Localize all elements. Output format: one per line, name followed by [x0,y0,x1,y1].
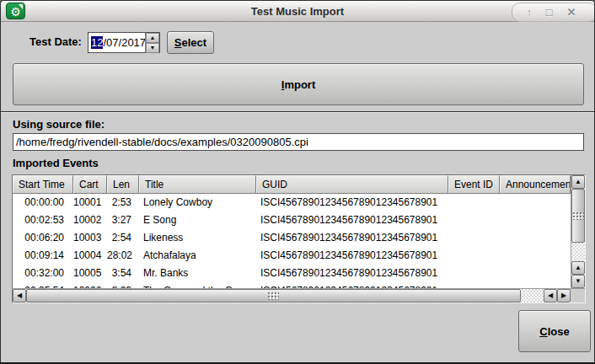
imported-events-table: Start Time Cart Len Title GUID Event ID … [12,174,586,303]
import-button[interactable]: Import [13,63,584,105]
cell-event-id [448,229,500,247]
cell-guid: ISCI4567890123456789012345678901 [256,229,448,247]
table-row[interactable]: 00:06:20 10003 2:54 Likeness ISCI4567890… [13,229,571,247]
cell-title: Likeness [139,229,256,247]
col-header-start-time[interactable]: Start Time [13,175,73,194]
cell-start-time: 00:09:14 [13,247,73,265]
cell-cart: 10003 [73,229,107,247]
cell-title: Mr. Banks [139,265,256,282]
cell-len: 2:53 [107,194,139,211]
select-button[interactable]: Select [167,31,214,54]
cell-title: The Gray and the Green [139,282,256,288]
col-header-len[interactable]: Len [107,175,139,194]
close-button[interactable]: Close [518,310,591,352]
cell-len: 28:02 [107,247,139,265]
vertical-scroll-track[interactable] [571,243,585,261]
table-body: 00:00:00 10001 2:53 Lonely Cowboy ISCI45… [13,194,571,288]
scroll-left-icon[interactable]: ◀ [13,289,26,302]
cell-start-time: 00:32:00 [13,265,73,282]
cell-cart: 10001 [73,194,107,211]
horizontal-scroll-track[interactable] [521,289,544,302]
col-header-event-id[interactable]: Event ID [448,175,500,194]
cell-announcement [500,229,571,247]
cell-start-time: 00:02:53 [13,211,73,229]
scrollbar-corner [571,288,585,302]
date-spin-buttons: ▲ ▼ [145,33,159,52]
cell-announcement [500,282,571,288]
cell-event-id [448,247,500,265]
shade-window-icon[interactable]: ↑ [527,5,533,20]
cell-len: 3:27 [107,211,139,229]
cell-len: 3:54 [107,265,139,282]
table-row[interactable]: 00:02:53 10002 3:27 E Song ISCI456789012… [13,211,571,229]
cell-len: 3:03 [107,282,139,288]
test-date-spinbox[interactable]: 12/07/2017 ▲ ▼ [88,32,160,53]
window-controls: ↑ □ ✕ [512,3,595,22]
scroll-right-icon[interactable]: ▶ [557,289,571,302]
cell-event-id [448,265,500,282]
cell-announcement [500,247,571,265]
date-selected-segment: 12 [91,36,103,49]
scroll-down-icon[interactable]: ▼ [571,275,585,288]
scroll-up-icon[interactable]: ▲ [571,175,585,189]
horizontal-scrollbar[interactable]: ◀ ◀ ▶ [13,288,571,302]
cell-cart: 10004 [73,247,107,265]
date-rest-segment: /07/2017 [103,36,145,49]
cell-title: Lonely Cowboy [139,194,256,211]
separator-line [1,111,595,113]
table-header: Start Time Cart Len Title GUID Event ID … [13,175,571,194]
table-row[interactable]: 00:00:00 10001 2:53 Lonely Cowboy ISCI45… [13,194,571,211]
test-date-value[interactable]: 12/07/2017 [88,33,145,52]
window-title: Test Music Import [1,1,594,22]
scroll-left-icon[interactable]: ◀ [544,289,557,302]
source-file-label: Using source file: [13,118,105,131]
titlebar[interactable]: ⚙ Test Music Import ↑ □ ✕ [1,1,594,22]
cell-event-id [448,282,500,288]
cell-start-time: 00:00:00 [13,194,73,211]
cell-guid: ISCI4567890123456789012345678901 [256,265,448,282]
thumb-grip [573,212,584,220]
scroll-up-icon[interactable]: ▲ [571,261,585,275]
cell-cart: 10005 [73,265,107,282]
col-header-announcement[interactable]: Announcement [500,175,571,194]
cell-start-time: 00:35:54 [13,282,73,288]
cell-guid: ISCI4567890123456789012345678901 [256,247,448,265]
maximize-window-icon[interactable]: □ [546,5,553,20]
cell-guid: ISCI4567890123456789012345678901 [256,211,448,229]
horizontal-scroll-thumb[interactable] [26,289,521,302]
cell-start-time: 00:06:20 [13,229,73,247]
test-music-import-window: ⚙ Test Music Import ↑ □ ✕ Test Date: 12/… [0,0,595,364]
col-header-title[interactable]: Title [139,175,256,194]
cell-event-id [448,194,500,211]
vertical-scroll-thumb[interactable] [571,189,585,243]
table-row[interactable]: 00:35:54 10006 3:03 The Gray and the Gre… [13,282,571,288]
cell-cart: 10006 [73,282,107,288]
spin-down-icon[interactable]: ▼ [146,43,159,53]
col-header-cart[interactable]: Cart [73,175,107,194]
cell-announcement [500,194,571,211]
cell-title: Atchafalaya [139,247,256,265]
thumb-grip [268,292,279,300]
cell-announcement [500,211,571,229]
cell-event-id [448,211,500,229]
table-row[interactable]: 00:32:00 10005 3:54 Mr. Banks ISCI456789… [13,265,571,282]
cell-title: E Song [139,211,256,229]
test-date-label: Test Date: [29,35,82,48]
cell-len: 2:54 [107,229,139,247]
cell-announcement [500,265,571,282]
imported-events-label: Imported Events [13,157,99,169]
vertical-scrollbar[interactable]: ▲ ▲ ▼ [571,175,585,288]
cell-guid: ISCI4567890123456789012345678901 [256,282,448,288]
col-header-guid[interactable]: GUID [256,175,448,194]
table-row[interactable]: 00:09:14 10004 28:02 Atchafalaya ISCI456… [13,247,571,265]
spin-up-icon[interactable]: ▲ [146,33,159,43]
source-file-path-field[interactable]: /home/fredg/rivendell-stable/docs/exampl… [13,133,584,151]
cell-guid: ISCI4567890123456789012345678901 [256,194,448,211]
cell-cart: 10002 [73,211,107,229]
close-window-icon[interactable]: ✕ [566,5,576,20]
